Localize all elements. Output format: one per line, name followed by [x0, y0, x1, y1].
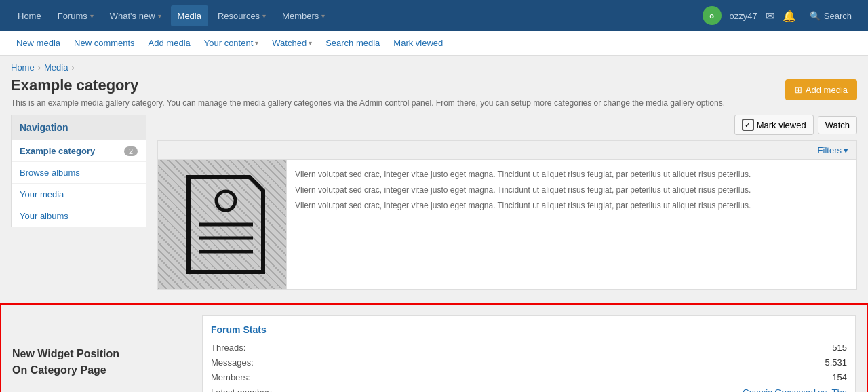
- page-description: This is an example media gallery categor…: [11, 97, 725, 109]
- subnav-new-media[interactable]: New media: [11, 34, 66, 52]
- sidebar: Navigation Example category 2 Browse alb…: [11, 115, 146, 290]
- check-icon: ✓: [742, 119, 754, 131]
- resources-dropdown-arrow: ▾: [262, 12, 266, 20]
- sidebar-nav-header: Navigation: [11, 115, 146, 140]
- widget-section: New Widget Position On Category Page For…: [0, 303, 868, 392]
- media-text-2: Vliern volutpat sed crac, integer vitae …: [295, 184, 848, 197]
- thumbnail-image: [175, 170, 270, 279]
- nav-home[interactable]: Home: [11, 5, 48, 26]
- mark-viewed-button[interactable]: ✓ Mark viewed: [734, 115, 814, 135]
- sidebar-item-browse-albums[interactable]: Browse albums: [12, 162, 146, 184]
- media-thumbnail[interactable]: [158, 160, 287, 289]
- latest-member-link[interactable]: Cosmic Graveyard vs. The: [743, 387, 847, 392]
- whats-new-dropdown-arrow: ▾: [158, 12, 161, 20]
- forum-stats-latest-member: Latest member: Cosmic Graveyard vs. The: [211, 385, 847, 392]
- bell-icon[interactable]: 🔔: [783, 9, 796, 22]
- sidebar-item-your-albums[interactable]: Your albums: [12, 205, 146, 227]
- members-value: 154: [832, 372, 847, 383]
- threads-value: 515: [832, 342, 847, 353]
- members-label: Members:: [211, 372, 250, 383]
- forum-stats-members: Members: 154: [211, 370, 847, 385]
- svg-point-1: [216, 191, 235, 210]
- sub-navigation: New media New comments Add media Your co…: [0, 31, 868, 56]
- members-dropdown-arrow: ▾: [321, 12, 325, 20]
- watch-button[interactable]: Watch: [818, 116, 857, 134]
- search-icon: 🔍: [810, 11, 821, 21]
- messages-label: Messages:: [211, 357, 254, 368]
- top-nav-links: Home Forums ▾ What's new ▾ Media Resourc…: [11, 5, 703, 26]
- filters-dropdown-arrow: ▾: [844, 145, 848, 155]
- nav-media[interactable]: Media: [171, 5, 208, 26]
- sidebar-item-your-media[interactable]: Your media: [12, 184, 146, 205]
- search-button[interactable]: 🔍 Search: [804, 8, 857, 24]
- forum-stats-messages: Messages: 5,531: [211, 355, 847, 370]
- subnav-your-content[interactable]: Your content ▾: [199, 34, 264, 52]
- sidebar-badge-example-category: 2: [124, 146, 138, 156]
- breadcrumb-home[interactable]: Home: [11, 62, 35, 73]
- media-content-text: Vliern volutpat sed crac, integer vitae …: [287, 160, 856, 289]
- top-navigation: Home Forums ▾ What's new ▾ Media Resourc…: [0, 0, 868, 31]
- add-media-button[interactable]: ⊞ Add media: [785, 79, 857, 100]
- subnav-watched[interactable]: Watched ▾: [267, 34, 317, 52]
- content-toolbar: ✓ Mark viewed Watch: [157, 115, 857, 135]
- subnav-mark-viewed[interactable]: Mark viewed: [388, 34, 448, 52]
- media-item: Vliern volutpat sed crac, integer vitae …: [157, 160, 857, 290]
- subnav-new-comments[interactable]: New comments: [68, 34, 140, 52]
- widget-right: Forum Stats Threads: 515 Messages: 5,531…: [202, 315, 856, 392]
- nav-forums[interactable]: Forums ▾: [51, 5, 100, 26]
- sidebar-nav-body: Example category 2 Browse albums Your me…: [11, 140, 146, 227]
- nav-members[interactable]: Members ▾: [275, 5, 332, 26]
- username[interactable]: ozzy47: [730, 11, 757, 21]
- nav-whats-new[interactable]: What's new ▾: [103, 5, 168, 26]
- filters-button[interactable]: Filters ▾: [818, 145, 848, 155]
- breadcrumb-media[interactable]: Media: [44, 62, 68, 73]
- avatar[interactable]: o: [703, 6, 722, 25]
- your-content-dropdown-arrow: ▾: [255, 39, 258, 47]
- forum-stats-threads: Threads: 515: [211, 340, 847, 355]
- content-area: ✓ Mark viewed Watch Filters ▾: [157, 115, 857, 290]
- top-nav-right: o ozzy47 ✉ 🔔 🔍 Search: [703, 6, 857, 25]
- latest-member-label: Latest member:: [211, 387, 272, 392]
- media-text-1: Vliern volutpat sed crac, integer vitae …: [295, 168, 848, 181]
- threads-label: Threads:: [211, 342, 245, 353]
- filters-bar: Filters ▾: [157, 140, 857, 160]
- nav-resources[interactable]: Resources ▾: [211, 5, 273, 26]
- widget-position-text: New Widget Position On Category Page: [12, 346, 119, 378]
- watched-dropdown-arrow: ▾: [309, 39, 312, 47]
- add-icon: ⊞: [795, 85, 802, 95]
- forum-stats-title: Forum Stats: [211, 324, 847, 335]
- breadcrumb-sep-1: ›: [38, 62, 41, 73]
- breadcrumb: Home › Media ›: [0, 56, 868, 77]
- main-container: Navigation Example category 2 Browse alb…: [0, 115, 868, 290]
- subnav-add-media[interactable]: Add media: [143, 34, 196, 52]
- sidebar-item-example-category[interactable]: Example category 2: [12, 140, 146, 162]
- page-header-text: Example category This is an example medi…: [11, 77, 725, 109]
- mail-icon[interactable]: ✉: [766, 9, 774, 22]
- page-title: Example category: [11, 77, 725, 94]
- thumbnail-pattern: [158, 160, 286, 289]
- forums-dropdown-arrow: ▾: [90, 12, 94, 20]
- media-text-3: Vliern volutpat sed crac, integer vitae …: [295, 199, 848, 212]
- messages-value: 5,531: [825, 357, 847, 368]
- page-header: Example category This is an example medi…: [0, 77, 868, 115]
- widget-left: New Widget Position On Category Page: [12, 315, 189, 392]
- breadcrumb-sep-2: ›: [71, 62, 74, 73]
- subnav-search-media[interactable]: Search media: [320, 34, 385, 52]
